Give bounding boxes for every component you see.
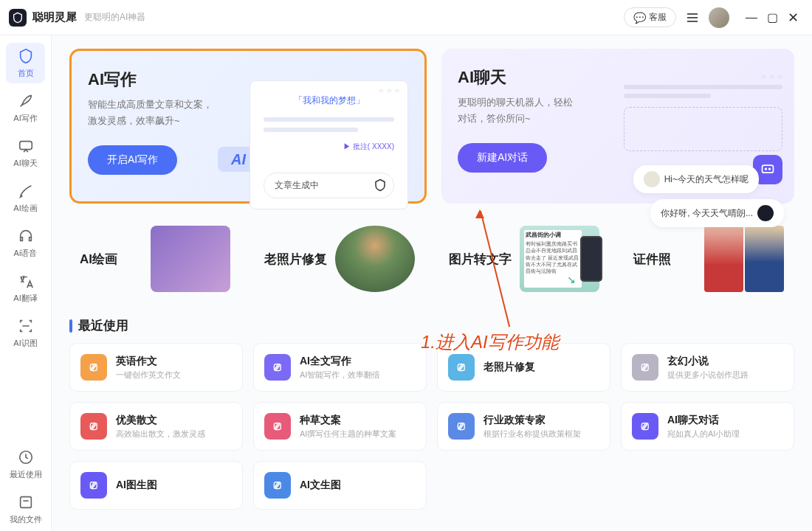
feature-card-idphoto[interactable]: 证件照 <box>623 217 794 301</box>
home-icon <box>17 47 35 65</box>
recent-icon: ⎚ <box>448 354 475 381</box>
recent-card[interactable]: ⎚ AI聊天对话 宛如真人的AI小助理 <box>621 402 794 451</box>
recent-desc: 根据行业名称提供政策框架 <box>484 428 581 440</box>
spinner-icon <box>373 178 388 192</box>
recent-title: AI聊天对话 <box>667 414 740 427</box>
bubble-text: 你好呀, 今天天气晴朗... <box>661 207 753 220</box>
sidebar: 首页 AI写作 AI聊天 AI绘画 Ai语音 AI翻译 AI识图 最近使用 我的… <box>0 35 52 531</box>
recent-title: 玄幻小说 <box>667 355 749 368</box>
recent-desc: AI撰写任何主题的种草文案 <box>300 428 396 440</box>
preview-note: ▶ 批注( XXXX) <box>343 142 394 152</box>
recent-icon: ⎚ <box>80 413 107 440</box>
translate-icon <box>17 272 35 290</box>
recent-title: AI图生图 <box>116 479 157 492</box>
svg-point-5 <box>769 168 771 170</box>
recent-card[interactable]: ⎚ 英语作文 一键创作英文作文 <box>69 343 243 392</box>
hero-writing-desc: 智能生成高质量文章和文案， 激发灵感，效率飙升~ <box>88 97 235 129</box>
recent-card[interactable]: ⎚ 优美散文 高效输出散文，激发灵感 <box>69 402 243 451</box>
recent-title: 优美散文 <box>116 414 205 427</box>
feature-card-photo-restore[interactable]: 老照片修复 <box>254 217 425 301</box>
recent-card[interactable]: ⎚ 老照片修复 <box>437 343 610 392</box>
close-button[interactable]: ✕ <box>782 7 803 28</box>
hero-card-writing[interactable]: AI写作 智能生成高质量文章和文案， 激发灵感，效率飙升~ 开启AI写作 AI … <box>69 49 427 204</box>
hero-card-chat[interactable]: AI聊天 更聪明的聊天机器人，轻松 对话，答你所问~ 新建AI对话 ○ ○ ○ … <box>441 49 794 204</box>
feature-title: AI绘画 <box>80 251 117 268</box>
recent-icon: ⎚ <box>264 472 291 499</box>
sidebar-item-label: AI写作 <box>13 113 37 124</box>
sidebar-item-draw[interactable]: AI绘画 <box>0 175 51 220</box>
recent-card[interactable]: ⎚ AI图生图 <box>69 461 243 510</box>
svg-rect-0 <box>19 142 32 150</box>
sidebar-item-label: Ai语音 <box>14 248 38 259</box>
sidebar-item-label: AI绘画 <box>13 203 37 214</box>
recent-title: 英语作文 <box>116 355 181 368</box>
window-dots-icon: ○ ○ ○ <box>624 72 782 80</box>
window-dots-icon: ○ ○ ○ <box>379 86 400 94</box>
cs-label: 客服 <box>649 11 667 24</box>
sidebar-item-vision[interactable]: AI识图 <box>0 310 51 355</box>
feature-title: 老照片修复 <box>264 251 327 268</box>
svg-rect-3 <box>763 165 774 173</box>
recent-title: 老照片修复 <box>484 361 535 374</box>
chat-icon <box>17 137 35 155</box>
feather-icon <box>17 92 35 110</box>
sidebar-item-translate[interactable]: AI翻译 <box>0 265 51 310</box>
clock-icon <box>17 448 35 466</box>
chat-bubble-ai: 你好呀, 今天天气晴朗... <box>650 199 784 227</box>
sidebar-item-writing[interactable]: AI写作 <box>0 85 51 130</box>
recent-desc: 宛如真人的AI小助理 <box>667 428 740 440</box>
sidebar-item-recent[interactable]: 最近使用 <box>0 441 51 486</box>
generating-label: 文章生成中 <box>275 180 319 190</box>
new-chat-button[interactable]: 新建AI对话 <box>458 143 547 173</box>
start-writing-button[interactable]: 开启AI写作 <box>88 145 177 175</box>
recent-title: 行业政策专家 <box>484 414 581 427</box>
feature-thumb <box>335 226 415 292</box>
bubble-text: Hi~今天的天气怎样呢 <box>664 173 749 186</box>
folder-icon <box>17 493 35 511</box>
ocr-sample-text: 武昌街的小调 有时候到重庆南路买书总会不自觉地跟到武昌街去走了 最近发现武昌街不… <box>526 232 579 286</box>
feature-card-draw[interactable]: AI绘画 <box>69 217 241 301</box>
sidebar-item-voice[interactable]: Ai语音 <box>0 220 51 265</box>
hero-chat-desc: 更聪明的聊天机器人，轻松 对话，答你所问~ <box>458 94 605 127</box>
sidebar-item-label: 首页 <box>18 68 34 79</box>
customer-service-button[interactable]: 💬 客服 <box>624 7 676 27</box>
feature-thumb: 武昌街的小调 有时候到重庆南路买书总会不自觉地跟到武昌街去走了 最近发现武昌街不… <box>520 226 599 292</box>
sidebar-item-label: 最近使用 <box>10 469 42 480</box>
bubble-avatar-icon <box>644 171 660 187</box>
recent-header-label: 最近使用 <box>78 317 128 334</box>
bubble-avatar-icon <box>757 205 774 221</box>
recent-desc: 提供更多小说创作思路 <box>667 369 749 381</box>
recent-icon: ⎚ <box>264 354 291 381</box>
sidebar-item-home[interactable]: 首页 <box>0 40 51 85</box>
brush-icon <box>17 182 35 200</box>
feature-card-ocr[interactable]: 图片转文字 武昌街的小调 有时候到重庆南路买书总会不自觉地跟到武昌街去走了 最近… <box>438 217 610 301</box>
recent-icon: ⎚ <box>448 413 475 440</box>
recent-icon: ⎚ <box>632 354 658 381</box>
recent-card[interactable]: ⎚ 种草文案 AI撰写任何主题的种草文案 <box>253 402 427 451</box>
hero-chat-title: AI聊天 <box>458 66 605 88</box>
svg-rect-2 <box>20 497 31 508</box>
recent-title: AI全文写作 <box>300 355 380 368</box>
recent-title: 种草文案 <box>300 414 396 427</box>
recent-icon: ⎚ <box>632 413 658 440</box>
recent-card[interactable]: ⎚ 行业政策专家 根据行业名称提供政策框架 <box>437 402 610 451</box>
recent-icon: ⎚ <box>80 472 107 499</box>
recent-card[interactable]: ⎚ AI文生图 <box>253 461 427 510</box>
recent-card[interactable]: ⎚ 玄幻小说 提供更多小说创作思路 <box>621 343 794 392</box>
user-avatar[interactable] <box>709 7 729 28</box>
feature-title: 证件照 <box>633 251 671 268</box>
generating-status-bar: 文章生成中 <box>264 173 394 198</box>
recent-desc: 一键创作英文作文 <box>116 369 181 381</box>
sidebar-item-files[interactable]: 我的文件 <box>0 486 51 531</box>
minimize-button[interactable]: — <box>741 7 762 28</box>
phone-icon <box>580 236 602 282</box>
svg-point-4 <box>765 168 767 170</box>
recent-card[interactable]: ⎚ AI全文写作 AI智能写作，效率翻倍 <box>253 343 427 392</box>
maximize-button[interactable]: ▢ <box>762 7 782 28</box>
hero-writing-title: AI写作 <box>88 69 235 91</box>
sidebar-item-chat[interactable]: AI聊天 <box>0 130 51 175</box>
menu-button[interactable] <box>682 7 703 28</box>
sidebar-item-label: 我的文件 <box>10 514 42 525</box>
chat-preview: ○ ○ ○ <box>624 72 782 160</box>
titlebar: 聪明灵犀 更聪明的AI神器 💬 客服 — ▢ ✕ <box>0 0 812 35</box>
